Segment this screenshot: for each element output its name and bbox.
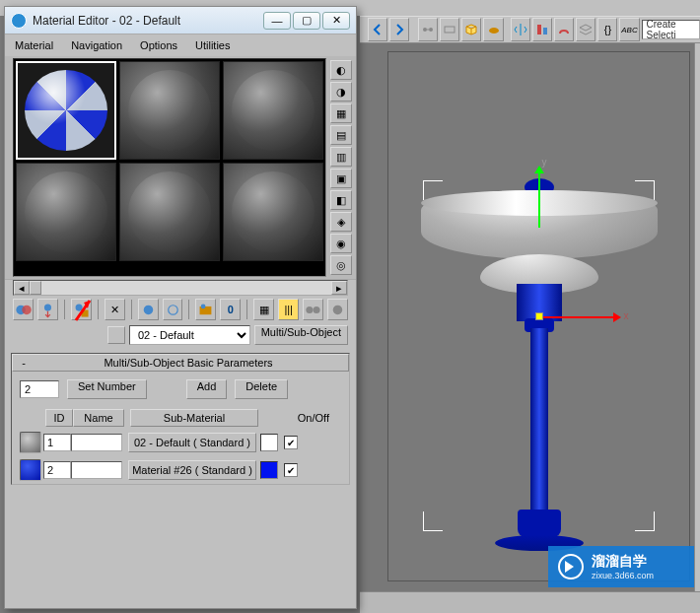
go-forward-button[interactable]	[327, 299, 348, 320]
rollout-controls: 2 Set Number Add Delete	[12, 372, 349, 407]
id-field[interactable]: 2	[43, 461, 71, 479]
swatch-header	[20, 409, 45, 427]
curve-editor-button[interactable]: {}	[597, 18, 617, 41]
menu-utilities[interactable]: Utilities	[195, 39, 230, 51]
menu-navigation[interactable]: Navigation	[71, 39, 122, 51]
lamp-model[interactable]	[421, 170, 658, 565]
main-toolbar: {} ABC Create Selecti	[360, 16, 700, 43]
submat-header[interactable]: Sub-Material	[130, 409, 258, 427]
sub-material-row-1: 1 02 - Default ( Standard )	[12, 429, 349, 456]
pick-material-button[interactable]	[107, 326, 125, 344]
command-panel-edge[interactable]	[694, 43, 700, 591]
close-button[interactable]: ✕	[322, 12, 350, 30]
on-off-checkbox[interactable]	[284, 436, 298, 449]
sample-uv-icon[interactable]: ▤	[330, 125, 352, 145]
make-preview-icon[interactable]: ▣	[330, 169, 352, 188]
sample-slot-5[interactable]	[119, 163, 220, 261]
material-name-dropdown[interactable]: 02 - Default	[129, 325, 250, 345]
svg-rect-4	[537, 25, 541, 34]
maximize-button[interactable]: ▢	[293, 12, 320, 30]
delete-button[interactable]: Delete	[235, 379, 288, 399]
viewport[interactable]: y x	[360, 43, 700, 591]
teapot-icon-button[interactable]	[483, 18, 503, 41]
reset-map-button[interactable]: ✕	[105, 299, 125, 320]
mirror-button[interactable]	[511, 18, 530, 41]
align-button[interactable]	[532, 18, 552, 41]
material-map-navigator-icon[interactable]: ◉	[330, 234, 352, 253]
color-swatch[interactable]	[260, 434, 278, 451]
svg-rect-10	[81, 309, 88, 316]
name-field[interactable]	[71, 461, 122, 479]
select-by-material-icon[interactable]: ◈	[330, 212, 352, 232]
svg-point-0	[423, 28, 427, 32]
y-axis-label: y	[542, 157, 547, 168]
layers-button[interactable]	[576, 18, 595, 41]
sample-type-icon[interactable]: ◐	[330, 60, 352, 80]
svg-rect-5	[543, 28, 547, 34]
link-button[interactable]	[418, 18, 438, 41]
material-name-row: 02 - Default Multi/Sub-Object	[5, 323, 356, 349]
rollout-multi-sub: - Multi/Sub-Object Basic Parameters 2 Se…	[11, 353, 350, 485]
unlink-button[interactable]	[440, 18, 459, 41]
sub-material-button[interactable]: 02 - Default ( Standard )	[128, 433, 256, 452]
watermark-url: zixue.3d66.com	[592, 571, 654, 580]
material-count-field[interactable]: 2	[20, 380, 59, 398]
scroll-right-icon[interactable]: ▸	[331, 281, 347, 295]
id-header[interactable]: ID	[45, 409, 73, 427]
add-button[interactable]: Add	[186, 379, 228, 399]
svg-point-11	[143, 305, 152, 313]
go-parent-button[interactable]	[303, 299, 323, 320]
cube-icon-button[interactable]	[461, 18, 481, 41]
material-type-button[interactable]: Multi/Sub-Object	[254, 325, 348, 345]
viewport-perspective[interactable]: y x	[387, 51, 690, 581]
svg-point-3	[489, 28, 499, 34]
background-icon[interactable]: ▦	[330, 103, 352, 123]
sample-slot-2[interactable]	[119, 61, 220, 160]
material-swatch[interactable]	[20, 432, 41, 453]
svg-point-1	[429, 28, 433, 32]
sample-slot-4[interactable]	[16, 163, 116, 261]
put-to-scene-button[interactable]	[37, 299, 58, 320]
show-map-button[interactable]: ▦	[253, 299, 274, 320]
extra-tool-icon[interactable]: ◎	[330, 255, 352, 275]
rollout-header[interactable]: - Multi/Sub-Object Basic Parameters	[12, 354, 349, 372]
get-material-button[interactable]	[13, 299, 34, 320]
sub-material-row-2: 2 Material #26 ( Standard )	[12, 456, 349, 484]
scroll-left-icon[interactable]: ◂	[14, 281, 30, 295]
titlebar[interactable]: Material Editor - 02 - Default — ▢ ✕	[5, 7, 356, 34]
name-field[interactable]	[71, 434, 122, 451]
options-gear-icon[interactable]: ◧	[330, 190, 352, 210]
scroll-thumb[interactable]	[30, 281, 41, 295]
set-number-button[interactable]: Set Number	[67, 379, 147, 399]
minimize-button[interactable]: —	[263, 12, 291, 30]
name-header[interactable]: Name	[73, 409, 124, 427]
material-swatch[interactable]	[20, 459, 41, 481]
color-swatch[interactable]	[260, 461, 278, 479]
id-field[interactable]: 1	[43, 434, 71, 451]
sample-slot-scrollbar[interactable]: ◂ ▸	[13, 280, 348, 296]
menu-options[interactable]: Options	[140, 39, 177, 51]
sample-slot-1[interactable]	[16, 61, 116, 160]
sample-slot-grid	[13, 58, 326, 277]
svg-point-17	[333, 305, 342, 313]
redo-button[interactable]	[389, 18, 409, 41]
undo-button[interactable]	[368, 18, 387, 41]
backlight-icon[interactable]: ◑	[330, 82, 352, 102]
snap-button[interactable]	[554, 18, 574, 41]
material-id-button[interactable]: 0	[220, 299, 241, 320]
sample-slot-3[interactable]	[223, 61, 323, 160]
make-unique-button[interactable]	[163, 299, 183, 320]
make-copy-button[interactable]	[138, 299, 159, 320]
material-editor-window: Material Editor - 02 - Default — ▢ ✕ Mat…	[4, 6, 357, 609]
color-check-icon[interactable]: ▥	[330, 147, 352, 167]
put-to-library-button[interactable]	[195, 299, 216, 320]
assign-to-selection-button[interactable]	[71, 299, 92, 320]
named-selection-button[interactable]: ABC	[619, 18, 639, 41]
sample-slot-6[interactable]	[223, 163, 323, 261]
sub-material-button[interactable]: Material #26 ( Standard )	[128, 460, 256, 480]
collapse-icon: -	[19, 357, 29, 369]
menu-material[interactable]: Material	[15, 39, 53, 51]
show-end-result-button[interactable]: |||	[278, 299, 299, 320]
create-selection-field[interactable]: Create Selecti	[642, 20, 700, 39]
on-off-checkbox[interactable]	[284, 463, 298, 477]
